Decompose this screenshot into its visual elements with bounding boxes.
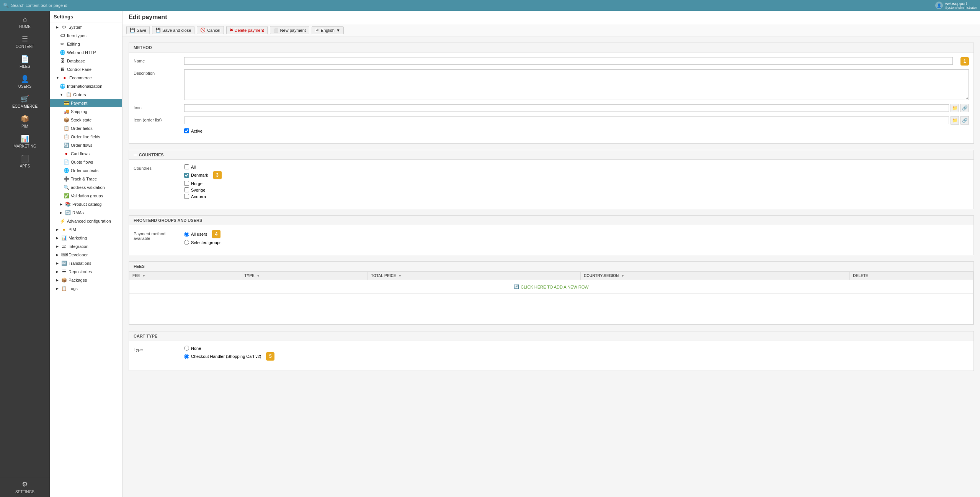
sidebar-item-product-catalog[interactable]: ▶ 📚 Product catalog (50, 200, 122, 208)
sidebar-item-track-trace[interactable]: ➕ Track & Trace (50, 175, 122, 183)
nav-marketing[interactable]: 📊 MARKETING (0, 131, 50, 151)
sidebar-item-packages[interactable]: ▶ 📦 Packages (50, 276, 122, 284)
user-info: 👤 websupport SystemAdministrator (935, 1, 977, 10)
icon-order-list-input[interactable] (184, 116, 949, 124)
sidebar-item-web-http[interactable]: 🌐 Web and HTTP (50, 48, 122, 57)
sidebar-label-quote-flows: Quote flows (71, 160, 93, 164)
country-denmark-checkbox[interactable] (184, 173, 189, 178)
icon-link-btn[interactable]: 🔗 (960, 104, 969, 112)
sidebar-item-logs[interactable]: ▶ 📋 Logs (50, 284, 122, 293)
track-trace-icon: ➕ (64, 176, 69, 182)
sidebar-item-pim[interactable]: ▶ ● PIM (50, 225, 122, 234)
sidebar-item-order-fields[interactable]: 📋 Order fields (50, 124, 122, 133)
selected-groups-radio[interactable] (184, 240, 189, 245)
sidebar-label-order-contexts: Order contexts (71, 168, 98, 173)
checkout-handler-radio[interactable] (184, 354, 189, 359)
name-input[interactable] (184, 57, 953, 65)
sidebar-item-database[interactable]: 🗄 Database (50, 57, 122, 65)
sidebar-item-orders[interactable]: ▼ 📋 Orders (50, 90, 122, 99)
delete-label: Delete payment (235, 28, 264, 33)
sidebar-item-payment[interactable]: 💳 Payment (50, 99, 122, 107)
sidebar-item-translations[interactable]: ▶ 🔤 Translations (50, 259, 122, 267)
country-sverige-checkbox[interactable] (184, 187, 189, 192)
sidebar-item-control-panel[interactable]: 🖥 Control Panel (50, 65, 122, 74)
sidebar-item-editing[interactable]: ✏ Editing (50, 40, 122, 48)
nav-apps[interactable]: ⬛ APPS (0, 151, 50, 171)
nav-settings[interactable]: ⚙ SETTINGS (0, 477, 50, 497)
save-button[interactable]: 💾 Save (126, 26, 150, 34)
sidebar-item-order-contexts[interactable]: 🌐 Order contexts (50, 166, 122, 175)
new-icon: ⬜ (273, 28, 279, 33)
sidebar-item-rmas[interactable]: ▶ 🔄 RMAs (50, 208, 122, 217)
search-input[interactable] (11, 3, 88, 8)
badge-1: 1 (960, 57, 969, 66)
country-all-checkbox[interactable] (184, 164, 189, 169)
sidebar-item-repositories[interactable]: ▶ ☰ Repositories (50, 267, 122, 276)
active-checkbox[interactable] (184, 128, 189, 133)
sidebar-item-developer[interactable]: ▶ ⌨ Developer (50, 251, 122, 259)
sidebar-item-marketing[interactable]: ▶ 📊 Marketing (50, 234, 122, 242)
validation-groups-icon: ✅ (64, 193, 69, 198)
nav-files[interactable]: 📄 FILES (0, 52, 50, 72)
sidebar-item-ecommerce[interactable]: ▼ ● Ecommerce (50, 74, 122, 82)
nav-pim[interactable]: 📦 PIM (0, 112, 50, 131)
icon-order-link-btn[interactable]: 🔗 (960, 116, 969, 125)
sidebar-item-shipping[interactable]: 🚚 Shipping (50, 107, 122, 116)
col-fee: FEE ▼ (129, 272, 241, 280)
icon-input[interactable] (184, 104, 949, 112)
sort-type[interactable]: ▼ (256, 274, 260, 278)
country-andorra-checkbox[interactable] (184, 194, 189, 199)
fees-table: FEE ▼ TYPE ▼ TOTAL PRICE ▼ (129, 271, 973, 325)
icon-input-wrap: 📁 🔗 (184, 104, 969, 112)
sidebar-item-order-line-fields[interactable]: 📋 Order line fields (50, 133, 122, 141)
fees-section: FEES FEE ▼ TYPE ▼ (129, 261, 974, 325)
name-label: Name (134, 57, 180, 63)
badge-5: 5 (266, 352, 274, 361)
nav-content[interactable]: ☰ CONTENT (0, 32, 50, 52)
delete-payment-button[interactable]: ✖ Delete payment (226, 26, 268, 34)
users-icon: 👤 (21, 75, 29, 83)
add-icon: 🔄 (514, 284, 519, 289)
expand-icon: ▶ (56, 270, 59, 274)
sidebar-item-item-types[interactable]: 🏷 Item types (50, 31, 122, 40)
sidebar-item-system[interactable]: ▶ ⚙ System (50, 23, 122, 31)
icon-folder-btn[interactable]: 📁 (951, 104, 959, 112)
sidebar-item-quote-flows[interactable]: 📄 Quote flows (50, 158, 122, 166)
nav-users[interactable]: 👤 USERS (0, 72, 50, 92)
all-users-radio[interactable] (184, 232, 189, 237)
quote-flows-icon: 📄 (64, 159, 69, 165)
sidebar-label-integration: Integration (69, 244, 88, 249)
icon-order-folder-btn[interactable]: 📁 (951, 116, 959, 125)
description-input[interactable] (184, 69, 969, 100)
sidebar-item-integration[interactable]: ▶ ⇄ Integration (50, 242, 122, 251)
cancel-button[interactable]: 🚫 Cancel (197, 26, 224, 34)
new-payment-button[interactable]: ⬜ New payment (270, 26, 309, 34)
collapse-icon[interactable]: ─ (134, 153, 137, 157)
sidebar-item-stock-state[interactable]: 📦 Stock state (50, 116, 122, 124)
sidebar-item-validation-groups[interactable]: ✅ Validation groups (50, 192, 122, 200)
user-role: SystemAdministrator (945, 6, 977, 10)
delete-icon: ✖ (230, 28, 233, 33)
sidebar-item-internationalization[interactable]: 🌐 Internationalization (50, 82, 122, 90)
nav-home[interactable]: ⌂ HOME (0, 12, 50, 32)
language-button[interactable]: 🏳 English ▼ (312, 26, 344, 34)
save-close-button[interactable]: 💾 Save and close (152, 26, 194, 34)
sort-country[interactable]: ▼ (621, 274, 624, 278)
marketing-sidebar-icon: 📊 (61, 235, 67, 241)
country-norge-checkbox[interactable] (184, 181, 189, 186)
sort-price[interactable]: ▼ (398, 274, 402, 278)
country-andorra-row: Andorra (184, 194, 222, 199)
shipping-icon: 🚚 (64, 109, 69, 114)
sidebar-item-cart-flows[interactable]: ● Cart flows (50, 149, 122, 158)
none-radio[interactable] (184, 346, 189, 351)
expand-icon: ▶ (56, 25, 59, 29)
sidebar-item-order-flows[interactable]: 🔄 Order flows (50, 141, 122, 149)
search-icon: 🔍 (3, 3, 9, 8)
sidebar-item-address-validation[interactable]: 🔍 address validation (50, 183, 122, 192)
nav-ecommerce[interactable]: 🛒 ECOMMERCE (0, 92, 50, 112)
sort-fee[interactable]: ▼ (142, 274, 145, 278)
cart-type-options: None Checkout Handler (Shopping Cart v2)… (184, 346, 274, 362)
save-close-label: Save and close (162, 28, 191, 33)
add-row-link[interactable]: 🔄 CLICK HERE TO ADD A NEW ROW (132, 282, 970, 292)
sidebar-item-advanced-config[interactable]: ⚡ Advanced configuration (50, 217, 122, 225)
